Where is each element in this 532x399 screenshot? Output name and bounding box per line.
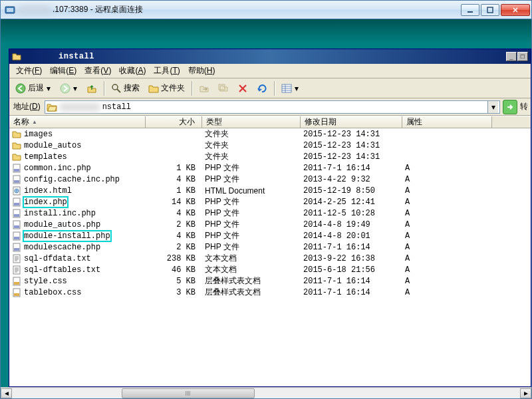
svg-rect-20 xyxy=(14,225,19,228)
search-button[interactable]: 搜索 xyxy=(108,80,143,96)
file-row[interactable]: sql-dfdata.txt238 KB文本文档2013-9-22 16:38A xyxy=(9,253,531,264)
file-type: PHP 文件 xyxy=(202,196,301,207)
file-type: PHP 文件 xyxy=(202,219,301,230)
explorer-maximize-button[interactable]: □ xyxy=(517,52,528,61)
file-attr: A xyxy=(402,254,492,263)
views-button[interactable]: ▾ xyxy=(278,80,303,96)
file-size: 14 KB xyxy=(146,198,202,207)
folder-icon xyxy=(12,141,21,150)
minimize-button[interactable] xyxy=(461,4,479,16)
file-name: common.inc.php xyxy=(24,164,91,173)
move-to-button[interactable] xyxy=(196,80,213,96)
copy-to-icon xyxy=(218,83,229,94)
file-date: 2014-4-8 19:49 xyxy=(301,220,402,229)
file-row[interactable]: module_autos.php2 KBPHP 文件2014-4-8 19:49… xyxy=(9,219,531,230)
address-path-visible: nstall xyxy=(102,102,131,112)
rdp-titlebar[interactable]: .107:3389 - 远程桌面连接 xyxy=(1,1,531,19)
file-name: style.css xyxy=(24,277,67,286)
file-date: 2015-6-18 21:56 xyxy=(301,265,402,275)
file-row[interactable]: index.html1 KBHTML Document2015-12-19 8:… xyxy=(9,185,531,196)
column-header-name[interactable]: 名称▲ xyxy=(9,116,146,128)
column-header-size[interactable]: 大小 xyxy=(146,116,202,128)
delete-button[interactable] xyxy=(234,80,251,96)
php-icon xyxy=(12,175,21,184)
address-input[interactable]: nstall ▾ xyxy=(45,100,500,114)
file-attr: A xyxy=(402,277,492,286)
file-row[interactable]: templates文件夹2015-12-23 14:31 xyxy=(9,151,531,162)
file-attr: A xyxy=(402,288,492,297)
file-size: 4 KB xyxy=(146,175,202,184)
toolbar: 后退 ▾ ▾ 搜索 文件夹 xyxy=(9,78,531,98)
php-icon xyxy=(12,164,21,173)
folders-button[interactable]: 文件夹 xyxy=(145,80,188,96)
file-row[interactable]: modulescache.php2 KBPHP 文件2011-7-1 16:14… xyxy=(9,241,531,253)
folders-icon xyxy=(148,83,159,94)
maximize-button[interactable] xyxy=(481,4,499,16)
menu-edit[interactable]: 编辑(E) xyxy=(46,64,80,78)
scrollbar-thumb[interactable] xyxy=(122,388,255,398)
file-attr: A xyxy=(402,186,492,196)
toolbar-separator xyxy=(274,81,275,96)
file-row[interactable]: install.inc.php4 KBPHP 文件2011-12-5 10:28… xyxy=(9,207,531,219)
menu-view[interactable]: 查看(V) xyxy=(80,64,115,78)
file-row[interactable]: style.css5 KB层叠样式表文档2011-7-1 16:14A xyxy=(9,275,531,287)
undo-button[interactable] xyxy=(253,80,271,96)
menu-file[interactable]: 文件(F) xyxy=(12,64,46,78)
php-icon xyxy=(12,209,21,218)
file-size: 238 KB xyxy=(146,254,202,263)
svg-rect-24 xyxy=(14,248,19,251)
copy-to-button[interactable] xyxy=(215,80,232,96)
menu-favorites[interactable]: 收藏(A) xyxy=(115,64,150,78)
file-date: 2011-7-1 16:14 xyxy=(301,277,402,286)
file-type: 文件夹 xyxy=(202,140,301,151)
file-attr: A xyxy=(402,231,492,241)
file-date: 2015-12-23 14:31 xyxy=(301,152,402,162)
file-row[interactable]: module-install.php4 KBPHP 文件2014-4-8 20:… xyxy=(9,230,531,241)
file-name: module-install.php xyxy=(24,231,110,241)
file-size: 1 KB xyxy=(146,164,202,173)
forward-button[interactable]: ▾ xyxy=(57,80,81,96)
scrollbar-track[interactable] xyxy=(12,388,520,398)
folders-label: 文件夹 xyxy=(161,82,185,94)
up-button[interactable] xyxy=(83,80,100,96)
listview-body: images文件夹2015-12-23 14:31module_autos文件夹… xyxy=(9,128,531,298)
file-name: module_autos.php xyxy=(24,220,100,229)
explorer-window: install _ □ 文件(F) 编辑(E) 查看(V) 收藏(A) 工具(T… xyxy=(9,49,531,387)
file-attr: A xyxy=(402,220,492,229)
file-type: PHP 文件 xyxy=(202,241,301,253)
file-row[interactable]: common.inc.php1 KBPHP 文件2011-7-1 16:14A xyxy=(9,162,531,174)
address-dropdown-button[interactable]: ▾ xyxy=(487,101,498,113)
file-row[interactable]: tablebox.css3 KB层叠样式表文档2011-7-1 16:14A xyxy=(9,287,531,298)
file-date: 2015-12-19 8:50 xyxy=(301,186,402,196)
file-type: 层叠样式表文档 xyxy=(202,275,301,287)
menu-tools[interactable]: 工具(T) xyxy=(150,64,184,78)
column-header-attr[interactable]: 属性 xyxy=(402,116,492,128)
file-row[interactable]: images文件夹2015-12-23 14:31 xyxy=(9,128,531,140)
column-header-date[interactable]: 修改日期 xyxy=(301,116,402,128)
scroll-right-button[interactable]: ▸ xyxy=(520,388,531,398)
move-to-icon xyxy=(199,83,209,94)
file-row[interactable]: module_autos文件夹2015-12-23 14:31 xyxy=(9,140,531,151)
file-size: 3 KB xyxy=(146,288,202,297)
file-name: templates xyxy=(24,152,67,162)
file-date: 2013-4-22 9:32 xyxy=(301,175,402,184)
explorer-titlebar[interactable]: install _ □ xyxy=(9,49,531,64)
file-row[interactable]: config.cache.inc.php4 KBPHP 文件2013-4-22 … xyxy=(9,174,531,185)
menu-help[interactable]: 帮助(H) xyxy=(184,64,219,78)
back-button[interactable]: 后退 ▾ xyxy=(12,80,55,96)
close-button[interactable] xyxy=(501,4,530,16)
addressbar: 地址(D) nstall ▾ 转 xyxy=(9,98,531,116)
svg-rect-22 xyxy=(14,237,19,239)
listview[interactable]: 名称▲ 大小 类型 修改日期 属性 images文件夹2015-12-23 14… xyxy=(9,116,531,386)
column-header-type[interactable]: 类型 xyxy=(202,116,301,128)
go-button[interactable] xyxy=(503,100,517,114)
file-type: 文件夹 xyxy=(202,151,301,162)
search-label: 搜索 xyxy=(124,82,140,94)
file-row[interactable]: sql-dftables.txt46 KB文本文档2015-6-18 21:56… xyxy=(9,264,531,275)
file-row[interactable]: index.php14 KBPHP 文件2014-2-25 12:41A xyxy=(9,196,531,207)
scroll-left-button[interactable]: ◂ xyxy=(1,388,12,398)
address-label: 地址(D) xyxy=(12,101,42,112)
horizontal-scrollbar[interactable]: ◂ ▸ xyxy=(1,387,531,398)
explorer-minimize-button[interactable]: _ xyxy=(506,52,517,61)
file-type: PHP 文件 xyxy=(202,230,301,241)
